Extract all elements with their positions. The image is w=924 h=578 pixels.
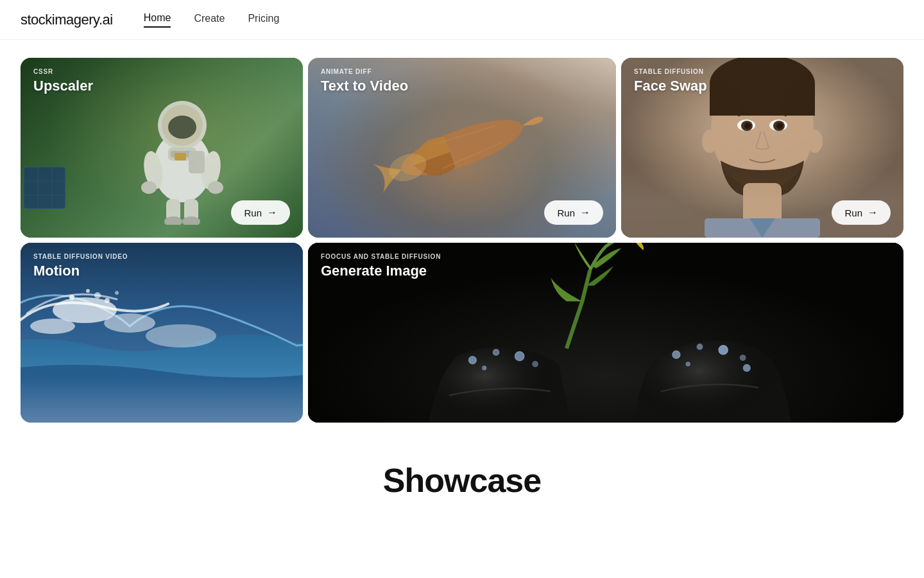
card-5-feature: Generate Image xyxy=(321,263,441,279)
card-5-label: FOOCUS AND STABLE DIFFUSION Generate Ima… xyxy=(321,253,441,279)
nav-home[interactable]: Home xyxy=(144,12,171,28)
card-3-arrow-icon: → xyxy=(868,207,878,218)
svg-point-37 xyxy=(702,130,717,153)
card-3-label: STABLE DIFFUSION Face Swap xyxy=(634,68,707,94)
svg-rect-28 xyxy=(710,83,815,116)
svg-point-53 xyxy=(532,361,538,367)
card-1-label: CSSR Upscaler xyxy=(33,68,93,94)
svg-point-52 xyxy=(515,351,524,361)
svg-point-9 xyxy=(208,181,223,194)
card-3-run-label: Run xyxy=(844,207,862,218)
svg-point-48 xyxy=(105,298,110,303)
astronaut-illustration xyxy=(131,77,234,225)
svg-point-42 xyxy=(30,319,75,334)
svg-point-54 xyxy=(482,365,486,370)
card-upscaler[interactable]: CSSR Upscaler Run → xyxy=(21,58,303,238)
svg-point-8 xyxy=(141,181,157,194)
svg-rect-14 xyxy=(189,151,205,173)
card-5-model: FOOCUS AND STABLE DIFFUSION xyxy=(321,253,441,260)
svg-point-47 xyxy=(115,291,119,295)
card-3-run-button[interactable]: Run → xyxy=(832,200,891,225)
solar-panel-illustration xyxy=(21,154,72,218)
card-grid: CSSR Upscaler Run → xyxy=(0,40,924,423)
svg-point-38 xyxy=(807,130,823,153)
card-2-feature: Text to Video xyxy=(321,78,408,94)
svg-point-43 xyxy=(146,324,216,347)
card-2-run-button[interactable]: Run → xyxy=(544,200,603,225)
card-1-arrow-icon: → xyxy=(267,207,277,218)
navbar: stockimagery.ai Home Create Pricing xyxy=(0,0,924,40)
card-3-feature: Face Swap xyxy=(634,78,707,94)
svg-point-51 xyxy=(493,349,499,356)
card-2-arrow-icon: → xyxy=(580,207,590,218)
svg-point-57 xyxy=(719,346,728,355)
card-face-swap[interactable]: STABLE DIFFUSION Face Swap Run → xyxy=(621,58,903,238)
logo[interactable]: stockimagery.ai xyxy=(21,12,113,28)
card-motion[interactable]: STABLE DIFFUSION VIDEO Motion xyxy=(21,243,303,423)
card-2-label: ANIMATE DIFF Text to Video xyxy=(321,68,408,94)
svg-rect-16 xyxy=(24,167,65,209)
svg-point-33 xyxy=(744,123,751,129)
card-4-model: STABLE DIFFUSION VIDEO xyxy=(33,253,128,260)
showcase-title: Showcase xyxy=(0,461,924,500)
card-1-model: CSSR xyxy=(33,68,93,75)
svg-rect-15 xyxy=(175,153,186,161)
svg-point-55 xyxy=(672,351,680,358)
nav-pricing[interactable]: Pricing xyxy=(248,13,279,27)
card-generate-image[interactable]: FOOCUS AND STABLE DIFFUSION Generate Ima… xyxy=(308,243,903,423)
svg-point-44 xyxy=(69,295,74,300)
card-3-model: STABLE DIFFUSION xyxy=(634,68,707,75)
logo-suffix: .ai xyxy=(99,12,113,28)
svg-point-45 xyxy=(86,289,90,293)
card-4-feature: Motion xyxy=(33,263,128,279)
svg-point-56 xyxy=(697,344,703,350)
svg-point-41 xyxy=(104,313,155,333)
nav-create[interactable]: Create xyxy=(194,13,225,27)
card-1-run-button[interactable]: Run → xyxy=(231,200,290,225)
svg-point-50 xyxy=(468,356,476,364)
card-1-feature: Upscaler xyxy=(33,78,93,94)
card-2-run-label: Run xyxy=(557,207,575,218)
card-2-model: ANIMATE DIFF xyxy=(321,68,408,75)
svg-point-46 xyxy=(94,292,101,299)
svg-point-59 xyxy=(686,362,690,366)
logo-bold: stockimagery xyxy=(21,12,99,28)
showcase-section: Showcase xyxy=(0,423,924,512)
nav-links: Home Create Pricing xyxy=(144,12,280,28)
svg-point-34 xyxy=(776,123,783,129)
card-4-label: STABLE DIFFUSION VIDEO Motion xyxy=(33,253,128,279)
svg-point-3 xyxy=(168,116,196,139)
svg-point-58 xyxy=(740,355,746,361)
svg-point-60 xyxy=(743,364,751,372)
card-1-run-label: Run xyxy=(244,207,262,218)
card-text-to-video[interactable]: ANIMATE DIFF Text to Video Run → xyxy=(308,58,616,238)
